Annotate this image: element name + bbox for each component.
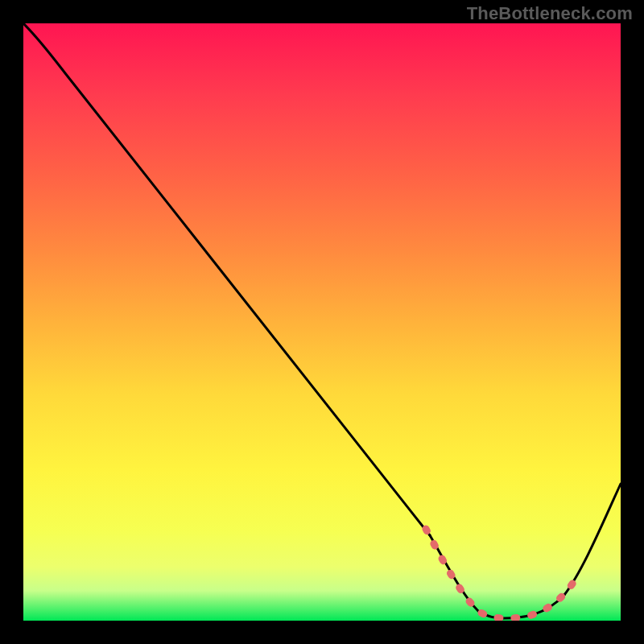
- bottleneck-curve-svg: [23, 23, 621, 621]
- plot-area: [23, 23, 621, 621]
- chart-frame: TheBottleneck.com: [0, 0, 644, 644]
- curve-main-left: [23, 23, 430, 535]
- curve-highlight-dashed: [426, 529, 579, 618]
- watermark-text: TheBottleneck.com: [467, 3, 633, 24]
- curve-right-rise: [564, 484, 621, 595]
